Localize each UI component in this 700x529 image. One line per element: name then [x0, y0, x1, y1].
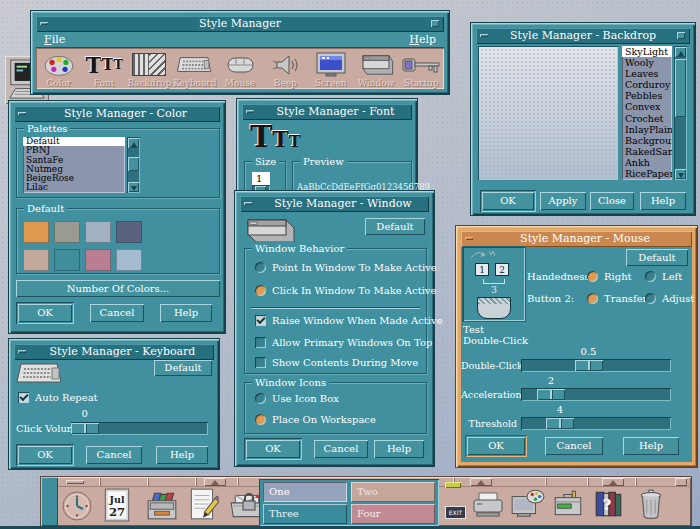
color-swatch[interactable] — [54, 221, 80, 243]
color-swatch[interactable] — [116, 221, 142, 243]
help-button[interactable]: Help — [160, 304, 212, 322]
subpanel-arrow-help[interactable] — [602, 478, 624, 486]
backdrop-titlebar[interactable]: Style Manager - Backdrop — [476, 28, 690, 44]
slider-thumb[interactable] — [537, 389, 565, 400]
palette-scrollbar[interactable] — [127, 137, 140, 193]
color-swatch[interactable] — [23, 249, 49, 271]
minimize-button[interactable] — [240, 196, 257, 212]
launcher-keyboard[interactable]: Keyboard — [172, 48, 217, 89]
color-titlebar[interactable]: Style Manager - Color — [14, 106, 220, 122]
subpanel-arrow-printer[interactable] — [470, 478, 492, 486]
allow-primary-checkbox[interactable]: Allow Primary Windows On Top — [255, 337, 432, 348]
window-dialog-titlebar[interactable]: Style Manager - Window — [240, 196, 429, 212]
raise-window-checkbox[interactable]: Raise Window When Made Active — [255, 315, 443, 326]
handedness-right-radio[interactable]: Right — [587, 271, 632, 282]
color-swatch[interactable] — [23, 221, 49, 243]
backdrop-option[interactable]: Corduroy — [622, 79, 672, 90]
backdrop-option[interactable]: Convex — [622, 101, 672, 112]
help-control[interactable]: ? — [593, 488, 625, 524]
ok-button[interactable]: OK — [467, 437, 525, 455]
palette-option[interactable]: Lilac — [23, 183, 125, 192]
subpanel-arrow-mail[interactable] — [204, 478, 226, 486]
click-volume-slider[interactable] — [71, 422, 208, 435]
launcher-backdrop[interactable]: Backdrop — [127, 48, 172, 89]
scrollbar-thumb[interactable] — [128, 157, 139, 171]
launcher-screen[interactable]: Screen — [308, 48, 353, 89]
backdrop-option[interactable]: RakedSand — [622, 146, 672, 157]
ok-button[interactable]: OK — [18, 304, 72, 322]
launcher-font[interactable]: FTTT Font — [81, 48, 126, 89]
backdrop-option[interactable]: Wooly — [622, 57, 672, 68]
color-swatch[interactable] — [54, 249, 80, 271]
ok-button[interactable]: OK — [482, 192, 534, 210]
launcher-mouse[interactable]: Mouse — [217, 48, 262, 89]
applications-control[interactable] — [551, 489, 585, 523]
backdrop-option[interactable]: Leaves — [622, 68, 672, 79]
show-contents-checkbox[interactable]: Show Contents During Move — [255, 357, 418, 368]
file-menu[interactable]: File — [44, 33, 65, 46]
font-titlebar[interactable]: Style Manager - Font — [242, 104, 412, 120]
threshold-slider[interactable] — [521, 417, 671, 430]
minimize-button[interactable] — [242, 104, 259, 120]
scroll-down-icon[interactable] — [128, 182, 139, 192]
slider-thumb[interactable] — [575, 360, 603, 371]
handedness-left-radio[interactable]: Left — [645, 271, 682, 282]
button2-adjust-radio[interactable]: Adjust — [645, 293, 694, 304]
launcher-window[interactable]: Window — [353, 48, 398, 89]
default-button[interactable]: Default — [626, 249, 688, 266]
panel-menu-button[interactable] — [675, 478, 687, 486]
style-manager-control[interactable] — [509, 488, 545, 524]
color-swatch[interactable] — [85, 249, 111, 271]
slider-thumb[interactable] — [546, 418, 574, 429]
backdrop-scrollbar[interactable] — [674, 46, 687, 180]
apply-button[interactable]: Apply — [540, 192, 586, 210]
help-menu[interactable]: Help — [409, 33, 436, 46]
printer-control[interactable] — [471, 490, 505, 524]
color-swatch[interactable] — [116, 249, 142, 271]
window-menu-button[interactable] — [673, 28, 690, 44]
workspace-three-button[interactable]: Three — [263, 504, 347, 524]
default-button[interactable]: Default — [365, 218, 425, 235]
default-button[interactable]: Default — [154, 360, 212, 376]
file-manager-control[interactable] — [145, 489, 179, 525]
auto-repeat-checkbox[interactable]: Auto Repeat — [18, 392, 98, 403]
double-click-slider[interactable] — [521, 359, 671, 372]
calendar-control[interactable]: Jul 27 — [103, 487, 131, 527]
clock-control[interactable] — [61, 489, 93, 527]
backdrop-option[interactable]: Pebbles — [622, 90, 672, 101]
color-swatch[interactable] — [85, 221, 111, 243]
workspace-four-button[interactable]: Four — [351, 504, 435, 524]
use-icon-box-radio[interactable]: Use Icon Box — [255, 393, 339, 404]
panel-handle[interactable] — [66, 480, 84, 484]
help-button[interactable]: Help — [623, 437, 679, 455]
slider-thumb[interactable] — [71, 423, 99, 434]
size-option[interactable]: 1 — [252, 172, 270, 185]
point-in-window-radio[interactable]: Point In Window To Make Active — [255, 262, 437, 273]
backdrop-option[interactable]: InlayPlain — [622, 124, 672, 135]
help-button[interactable]: Help — [156, 446, 208, 464]
minimize-button[interactable] — [476, 28, 493, 44]
help-button[interactable]: Help — [640, 192, 686, 210]
help-button[interactable]: Help — [374, 440, 424, 458]
backdrop-option[interactable]: Crochet — [622, 113, 672, 124]
click-in-window-radio[interactable]: Click In Window To Make Active — [255, 285, 436, 296]
minimize-button[interactable] — [461, 231, 478, 247]
cancel-button[interactable]: Cancel — [314, 440, 368, 458]
scroll-down-icon[interactable] — [675, 169, 686, 179]
button2-transfer-radio[interactable]: Transfer — [587, 293, 647, 304]
backdrop-option[interactable]: RicePaper — [622, 168, 672, 179]
exit-button[interactable]: EXIT — [445, 506, 466, 519]
double-click-test-area[interactable]: 1 2 3 — [463, 247, 525, 321]
scroll-up-icon[interactable] — [675, 47, 686, 57]
text-editor-control[interactable] — [187, 486, 219, 526]
window-menu-button[interactable] — [427, 16, 444, 32]
ok-button[interactable]: OK — [18, 446, 72, 464]
mouse-titlebar[interactable]: Style Manager - Mouse — [461, 231, 692, 247]
ok-button[interactable]: OK — [246, 440, 300, 458]
backdrop-option[interactable]: Background — [622, 135, 672, 146]
minimize-button[interactable] — [14, 106, 31, 122]
lock-icon[interactable] — [241, 492, 257, 512]
minimize-button[interactable] — [14, 344, 31, 360]
minimize-button[interactable] — [36, 16, 53, 32]
cancel-button[interactable]: Cancel — [86, 446, 142, 464]
